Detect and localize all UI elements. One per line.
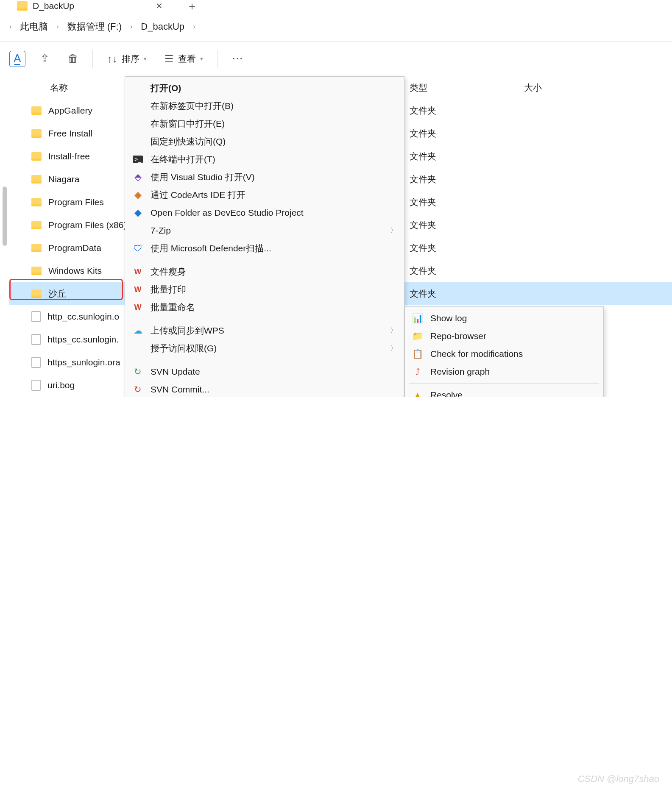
file-icon (31, 334, 41, 345)
file-name: 沙丘 (48, 288, 66, 300)
rename-button[interactable]: A̲ (9, 51, 25, 67)
separator (92, 50, 93, 68)
menu-label: 使用 Visual Studio 打开(V) (151, 171, 396, 183)
new-tab-button[interactable]: ＋ (187, 0, 198, 14)
breadcrumb[interactable]: › 此电脑 › 数据管理 (F:) › D_backUp › (0, 12, 672, 42)
sort-label: 排序 (122, 53, 139, 65)
menu-item[interactable]: ☁上传或同步到WPS〉 (125, 322, 404, 339)
folder-icon (17, 1, 28, 11)
codearts-icon: ◆ (132, 189, 144, 201)
folder-icon (31, 221, 42, 229)
crumb[interactable]: 数据管理 (F:) (67, 20, 122, 33)
menu-label: 上传或同步到WPS (151, 325, 384, 337)
log-icon: 📊 (412, 312, 424, 324)
menu-item[interactable]: >_在终端中打开(T) (125, 150, 404, 168)
menu-label: SVN Commit... (151, 384, 396, 395)
folder-icon (31, 152, 42, 161)
file-list: 名称 类型 大小 AppGallery文件夹Free Install文件夹Ins… (9, 76, 672, 397)
ws-icon: W (132, 266, 144, 278)
terminal-icon: >_ (132, 153, 144, 165)
file-icon (31, 357, 41, 368)
menu-item[interactable]: ⬘使用 Visual Studio 打开(V) (125, 168, 404, 186)
menu-item[interactable]: ◆Open Folder as DevEco Studio Project (125, 204, 404, 222)
menu-item[interactable]: ↻SVN Commit... (125, 381, 404, 397)
ws-icon: W (132, 284, 144, 295)
file-type: 文件夹 (410, 219, 524, 231)
folder-icon (31, 106, 42, 115)
share-button[interactable]: ⇪ (33, 47, 57, 71)
menu-item[interactable]: 在新窗口中打开(E) (125, 115, 404, 133)
tab-title: D_backUp (33, 1, 74, 11)
active-tab[interactable]: D_backUp ✕ (8, 1, 174, 11)
folder-icon (31, 198, 42, 206)
file-name: uri.bog (47, 380, 75, 390)
menu-item[interactable]: W批量重命名 (125, 298, 404, 316)
menu-item[interactable]: ↻SVN Update (125, 363, 404, 381)
file-type: 文件夹 (410, 196, 524, 208)
menu-item[interactable]: W文件瘦身 (125, 263, 404, 281)
submenu-label: Repo-browser (430, 331, 596, 341)
delete-button[interactable]: 🗑 (61, 47, 85, 71)
menu-item[interactable]: 在新标签页中打开(B) (125, 97, 404, 115)
file-name: https_sunlogin.ora (47, 357, 120, 367)
menu-label: 固定到快速访问(Q) (151, 136, 396, 147)
sort-icon: ↑↓ (107, 53, 117, 65)
file-type: 文件夹 (410, 128, 524, 139)
col-size[interactable]: 大小 (524, 82, 672, 94)
cloud-icon: ☁ (132, 325, 144, 337)
file-type: 文件夹 (410, 288, 524, 300)
blank-icon (132, 82, 144, 94)
col-type[interactable]: 类型 (410, 82, 524, 94)
chevron-right-icon: 〉 (390, 227, 396, 234)
menu-label: 使用 Microsoft Defender扫描... (151, 242, 396, 254)
repo-icon: 📁 (412, 330, 424, 342)
submenu-label: Revision graph (430, 367, 596, 377)
vs-icon: ⬘ (132, 171, 144, 183)
menu-item[interactable]: 7-Zip〉 (125, 222, 404, 239)
menu-item[interactable]: 🛡使用 Microsoft Defender扫描... (125, 239, 404, 257)
file-type: 文件夹 (410, 105, 524, 117)
svn-g-icon: ↻ (132, 366, 144, 378)
file-name: ProgramData (48, 243, 101, 253)
menu-item[interactable]: ◆通过 CodeArts IDE 打开 (125, 186, 404, 204)
menu-label: Open Folder as DevEco Studio Project (151, 208, 396, 218)
menu-item[interactable]: 授予访问权限(G)〉 (125, 339, 404, 357)
menu-item[interactable]: 固定到快速访问(Q) (125, 133, 404, 150)
menu-item[interactable]: 打开(O) (125, 79, 404, 97)
chevron-right-icon: 〉 (390, 327, 396, 334)
file-name: AppGallery (48, 106, 92, 116)
deveco-icon: ◆ (132, 207, 144, 219)
more-button[interactable]: ⋯ (226, 47, 249, 71)
submenu-item[interactable]: 📁Repo-browser (405, 327, 603, 345)
menu-label: 打开(O) (151, 82, 396, 94)
menu-label: 通过 CodeArts IDE 打开 (151, 189, 396, 201)
chevron-down-icon: ▾ (200, 56, 203, 62)
file-type: 文件夹 (410, 242, 524, 254)
submenu-item[interactable]: 📊Show log (405, 309, 603, 327)
sort-button[interactable]: ↑↓ 排序 ▾ (100, 53, 153, 65)
file-name: Program Files (48, 197, 104, 207)
view-label: 查看 (178, 53, 196, 65)
submenu-item[interactable]: 📋Check for modifications (405, 345, 603, 363)
submenu-label: Show log (430, 313, 596, 323)
file-name: Install-free (48, 151, 90, 161)
submenu-item[interactable]: ⤴Revision graph (405, 363, 603, 381)
menu-label: SVN Update (151, 367, 396, 377)
crumb[interactable]: D_backUp (141, 21, 184, 32)
close-icon[interactable]: ✕ (156, 1, 163, 11)
folder-icon (31, 289, 42, 298)
menu-separator (129, 260, 400, 260)
view-button[interactable]: ☰ 查看 ▾ (158, 53, 210, 65)
menu-item[interactable]: W批量打印 (125, 281, 404, 298)
crumb[interactable]: 此电脑 (20, 20, 48, 33)
shield-icon: 🛡 (132, 242, 144, 254)
scrollbar-gutter (0, 76, 9, 397)
scrollbar-thumb[interactable] (3, 186, 7, 246)
context-menu: 打开(O)在新标签页中打开(B)在新窗口中打开(E)固定到快速访问(Q)>_在终… (125, 76, 404, 397)
menu-label: 授予访问权限(G) (151, 342, 384, 354)
menu-label: 在新标签页中打开(B) (151, 100, 396, 112)
file-icon (31, 311, 41, 322)
blank-icon (132, 136, 144, 147)
submenu-label: Check for modifications (430, 349, 596, 359)
submenu-item[interactable]: ▲Resolve... (405, 386, 603, 397)
